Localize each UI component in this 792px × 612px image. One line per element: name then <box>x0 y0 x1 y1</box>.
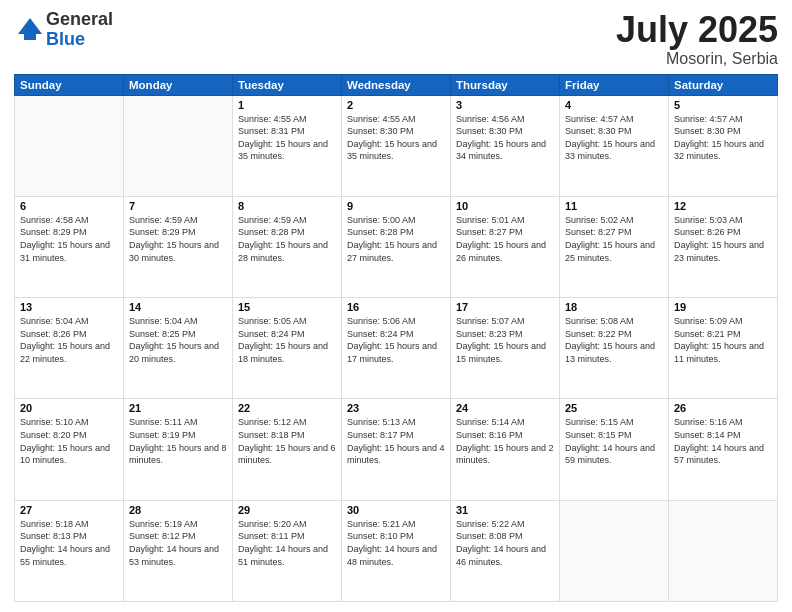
table-row: 10Sunrise: 5:01 AM Sunset: 8:27 PM Dayli… <box>451 196 560 297</box>
calendar-week-row: 27Sunrise: 5:18 AM Sunset: 8:13 PM Dayli… <box>15 500 778 601</box>
day-info: Sunrise: 5:14 AM Sunset: 8:16 PM Dayligh… <box>456 416 554 466</box>
day-number: 24 <box>456 402 554 414</box>
table-row <box>669 500 778 601</box>
day-number: 28 <box>129 504 227 516</box>
day-info: Sunrise: 4:56 AM Sunset: 8:30 PM Dayligh… <box>456 113 554 163</box>
day-number: 18 <box>565 301 663 313</box>
day-number: 12 <box>674 200 772 212</box>
table-row: 18Sunrise: 5:08 AM Sunset: 8:22 PM Dayli… <box>560 298 669 399</box>
day-info: Sunrise: 5:00 AM Sunset: 8:28 PM Dayligh… <box>347 214 445 264</box>
col-saturday: Saturday <box>669 74 778 95</box>
table-row: 17Sunrise: 5:07 AM Sunset: 8:23 PM Dayli… <box>451 298 560 399</box>
day-number: 6 <box>20 200 118 212</box>
table-row: 28Sunrise: 5:19 AM Sunset: 8:12 PM Dayli… <box>124 500 233 601</box>
day-info: Sunrise: 4:57 AM Sunset: 8:30 PM Dayligh… <box>674 113 772 163</box>
table-row <box>124 95 233 196</box>
table-row: 24Sunrise: 5:14 AM Sunset: 8:16 PM Dayli… <box>451 399 560 500</box>
col-friday: Friday <box>560 74 669 95</box>
table-row: 4Sunrise: 4:57 AM Sunset: 8:30 PM Daylig… <box>560 95 669 196</box>
col-monday: Monday <box>124 74 233 95</box>
day-number: 3 <box>456 99 554 111</box>
table-row: 9Sunrise: 5:00 AM Sunset: 8:28 PM Daylig… <box>342 196 451 297</box>
day-number: 16 <box>347 301 445 313</box>
day-info: Sunrise: 4:59 AM Sunset: 8:29 PM Dayligh… <box>129 214 227 264</box>
calendar-week-row: 6Sunrise: 4:58 AM Sunset: 8:29 PM Daylig… <box>15 196 778 297</box>
title-block: July 2025 Mosorin, Serbia <box>616 10 778 68</box>
svg-rect-1 <box>24 34 36 40</box>
table-row: 23Sunrise: 5:13 AM Sunset: 8:17 PM Dayli… <box>342 399 451 500</box>
day-number: 20 <box>20 402 118 414</box>
day-info: Sunrise: 5:19 AM Sunset: 8:12 PM Dayligh… <box>129 518 227 568</box>
day-info: Sunrise: 4:58 AM Sunset: 8:29 PM Dayligh… <box>20 214 118 264</box>
table-row: 12Sunrise: 5:03 AM Sunset: 8:26 PM Dayli… <box>669 196 778 297</box>
day-number: 25 <box>565 402 663 414</box>
logo: General Blue <box>14 10 113 50</box>
table-row: 26Sunrise: 5:16 AM Sunset: 8:14 PM Dayli… <box>669 399 778 500</box>
table-row: 31Sunrise: 5:22 AM Sunset: 8:08 PM Dayli… <box>451 500 560 601</box>
col-wednesday: Wednesday <box>342 74 451 95</box>
day-info: Sunrise: 4:55 AM Sunset: 8:30 PM Dayligh… <box>347 113 445 163</box>
col-sunday: Sunday <box>15 74 124 95</box>
day-info: Sunrise: 5:20 AM Sunset: 8:11 PM Dayligh… <box>238 518 336 568</box>
day-number: 2 <box>347 99 445 111</box>
day-info: Sunrise: 4:57 AM Sunset: 8:30 PM Dayligh… <box>565 113 663 163</box>
day-number: 21 <box>129 402 227 414</box>
logo-general: General <box>46 10 113 30</box>
table-row: 6Sunrise: 4:58 AM Sunset: 8:29 PM Daylig… <box>15 196 124 297</box>
calendar-week-row: 20Sunrise: 5:10 AM Sunset: 8:20 PM Dayli… <box>15 399 778 500</box>
day-info: Sunrise: 5:11 AM Sunset: 8:19 PM Dayligh… <box>129 416 227 466</box>
table-row: 15Sunrise: 5:05 AM Sunset: 8:24 PM Dayli… <box>233 298 342 399</box>
col-thursday: Thursday <box>451 74 560 95</box>
day-info: Sunrise: 5:22 AM Sunset: 8:08 PM Dayligh… <box>456 518 554 568</box>
table-row: 2Sunrise: 4:55 AM Sunset: 8:30 PM Daylig… <box>342 95 451 196</box>
day-number: 4 <box>565 99 663 111</box>
day-number: 9 <box>347 200 445 212</box>
table-row: 3Sunrise: 4:56 AM Sunset: 8:30 PM Daylig… <box>451 95 560 196</box>
day-number: 17 <box>456 301 554 313</box>
day-info: Sunrise: 5:15 AM Sunset: 8:15 PM Dayligh… <box>565 416 663 466</box>
day-number: 29 <box>238 504 336 516</box>
day-number: 15 <box>238 301 336 313</box>
calendar-table: Sunday Monday Tuesday Wednesday Thursday… <box>14 74 778 602</box>
table-row: 25Sunrise: 5:15 AM Sunset: 8:15 PM Dayli… <box>560 399 669 500</box>
day-info: Sunrise: 5:03 AM Sunset: 8:26 PM Dayligh… <box>674 214 772 264</box>
day-number: 26 <box>674 402 772 414</box>
table-row: 11Sunrise: 5:02 AM Sunset: 8:27 PM Dayli… <box>560 196 669 297</box>
table-row: 1Sunrise: 4:55 AM Sunset: 8:31 PM Daylig… <box>233 95 342 196</box>
day-info: Sunrise: 4:55 AM Sunset: 8:31 PM Dayligh… <box>238 113 336 163</box>
calendar-subtitle: Mosorin, Serbia <box>616 50 778 68</box>
table-row: 16Sunrise: 5:06 AM Sunset: 8:24 PM Dayli… <box>342 298 451 399</box>
day-number: 11 <box>565 200 663 212</box>
day-info: Sunrise: 5:10 AM Sunset: 8:20 PM Dayligh… <box>20 416 118 466</box>
day-number: 8 <box>238 200 336 212</box>
day-number: 22 <box>238 402 336 414</box>
calendar-week-row: 1Sunrise: 4:55 AM Sunset: 8:31 PM Daylig… <box>15 95 778 196</box>
day-info: Sunrise: 5:02 AM Sunset: 8:27 PM Dayligh… <box>565 214 663 264</box>
day-info: Sunrise: 5:01 AM Sunset: 8:27 PM Dayligh… <box>456 214 554 264</box>
day-info: Sunrise: 5:16 AM Sunset: 8:14 PM Dayligh… <box>674 416 772 466</box>
table-row: 7Sunrise: 4:59 AM Sunset: 8:29 PM Daylig… <box>124 196 233 297</box>
table-row: 27Sunrise: 5:18 AM Sunset: 8:13 PM Dayli… <box>15 500 124 601</box>
table-row: 5Sunrise: 4:57 AM Sunset: 8:30 PM Daylig… <box>669 95 778 196</box>
table-row: 30Sunrise: 5:21 AM Sunset: 8:10 PM Dayli… <box>342 500 451 601</box>
table-row: 21Sunrise: 5:11 AM Sunset: 8:19 PM Dayli… <box>124 399 233 500</box>
day-number: 7 <box>129 200 227 212</box>
logo-text: General Blue <box>46 10 113 50</box>
calendar-header-row: Sunday Monday Tuesday Wednesday Thursday… <box>15 74 778 95</box>
day-info: Sunrise: 5:05 AM Sunset: 8:24 PM Dayligh… <box>238 315 336 365</box>
day-number: 10 <box>456 200 554 212</box>
table-row <box>15 95 124 196</box>
day-number: 31 <box>456 504 554 516</box>
svg-marker-0 <box>18 18 42 34</box>
logo-blue: Blue <box>46 30 113 50</box>
day-info: Sunrise: 5:04 AM Sunset: 8:26 PM Dayligh… <box>20 315 118 365</box>
day-info: Sunrise: 4:59 AM Sunset: 8:28 PM Dayligh… <box>238 214 336 264</box>
logo-icon <box>14 14 46 46</box>
table-row: 14Sunrise: 5:04 AM Sunset: 8:25 PM Dayli… <box>124 298 233 399</box>
day-info: Sunrise: 5:04 AM Sunset: 8:25 PM Dayligh… <box>129 315 227 365</box>
page: General Blue July 2025 Mosorin, Serbia S… <box>0 0 792 612</box>
day-info: Sunrise: 5:09 AM Sunset: 8:21 PM Dayligh… <box>674 315 772 365</box>
day-info: Sunrise: 5:18 AM Sunset: 8:13 PM Dayligh… <box>20 518 118 568</box>
day-number: 30 <box>347 504 445 516</box>
table-row: 22Sunrise: 5:12 AM Sunset: 8:18 PM Dayli… <box>233 399 342 500</box>
